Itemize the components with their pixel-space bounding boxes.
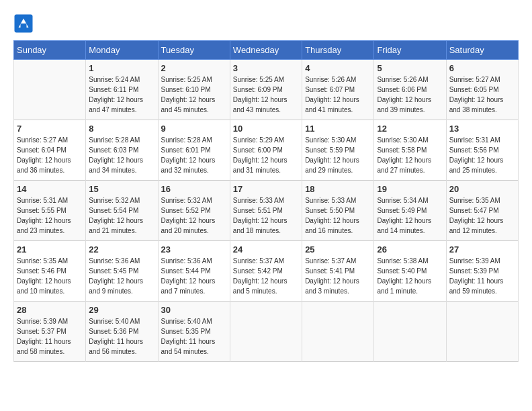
calendar-cell: 20Sunrise: 5:35 AM Sunset: 5:47 PM Dayli… (446, 181, 518, 241)
day-number: 7 (17, 124, 83, 134)
day-number: 28 (17, 305, 83, 315)
logo (13, 13, 35, 34)
calendar-cell (446, 302, 518, 362)
day-number: 9 (161, 124, 227, 134)
day-number: 21 (17, 244, 83, 255)
day-info: Sunrise: 5:38 AM Sunset: 5:40 PM Dayligh… (377, 256, 443, 296)
day-number: 17 (233, 184, 299, 194)
calendar-week-2: 7Sunrise: 5:27 AM Sunset: 6:04 PM Daylig… (14, 120, 519, 181)
day-number: 27 (449, 244, 515, 255)
day-number: 3 (233, 63, 299, 73)
calendar-cell (302, 302, 374, 362)
calendar-cell (230, 302, 302, 362)
day-info: Sunrise: 5:26 AM Sunset: 6:07 PM Dayligh… (305, 75, 371, 115)
day-info: Sunrise: 5:28 AM Sunset: 6:03 PM Dayligh… (89, 135, 154, 175)
calendar-cell: 1Sunrise: 5:24 AM Sunset: 6:11 PM Daylig… (86, 60, 158, 120)
day-info: Sunrise: 5:35 AM Sunset: 5:47 PM Dayligh… (449, 195, 515, 236)
calendar-cell: 24Sunrise: 5:37 AM Sunset: 5:42 PM Dayli… (230, 241, 302, 302)
day-info: Sunrise: 5:40 AM Sunset: 5:36 PM Dayligh… (89, 316, 154, 357)
svg-rect-2 (21, 24, 27, 28)
day-info: Sunrise: 5:32 AM Sunset: 5:52 PM Dayligh… (161, 195, 227, 236)
header-day-monday: Monday (86, 41, 158, 60)
calendar-cell: 13Sunrise: 5:31 AM Sunset: 5:56 PM Dayli… (446, 120, 518, 181)
day-info: Sunrise: 5:24 AM Sunset: 6:11 PM Dayligh… (89, 75, 154, 115)
calendar-cell: 22Sunrise: 5:36 AM Sunset: 5:45 PM Dayli… (86, 241, 158, 302)
day-info: Sunrise: 5:33 AM Sunset: 5:50 PM Dayligh… (305, 195, 371, 236)
calendar-cell: 23Sunrise: 5:36 AM Sunset: 5:44 PM Dayli… (158, 241, 230, 302)
header-day-wednesday: Wednesday (230, 41, 302, 60)
logo-icon (13, 13, 34, 34)
calendar-cell: 8Sunrise: 5:28 AM Sunset: 6:03 PM Daylig… (86, 120, 158, 181)
calendar-cell: 12Sunrise: 5:30 AM Sunset: 5:58 PM Dayli… (374, 120, 446, 181)
day-info: Sunrise: 5:36 AM Sunset: 5:45 PM Dayligh… (89, 256, 154, 296)
header-day-sunday: Sunday (14, 41, 86, 60)
day-number: 10 (233, 124, 299, 134)
day-number: 22 (89, 244, 154, 255)
calendar-table: SundayMondayTuesdayWednesdayThursdayFrid… (13, 40, 519, 362)
day-number: 29 (89, 305, 154, 315)
day-info: Sunrise: 5:33 AM Sunset: 5:51 PM Dayligh… (233, 195, 299, 236)
calendar-week-3: 14Sunrise: 5:31 AM Sunset: 5:55 PM Dayli… (14, 181, 519, 241)
calendar-cell: 29Sunrise: 5:40 AM Sunset: 5:36 PM Dayli… (86, 302, 158, 362)
calendar-cell: 7Sunrise: 5:27 AM Sunset: 6:04 PM Daylig… (14, 120, 86, 181)
calendar-body: 1Sunrise: 5:24 AM Sunset: 6:11 PM Daylig… (14, 60, 519, 362)
day-number: 26 (377, 244, 443, 255)
calendar-cell: 25Sunrise: 5:37 AM Sunset: 5:41 PM Dayli… (302, 241, 374, 302)
header-day-thursday: Thursday (302, 41, 374, 60)
day-info: Sunrise: 5:39 AM Sunset: 5:37 PM Dayligh… (17, 316, 83, 357)
calendar-week-4: 21Sunrise: 5:35 AM Sunset: 5:46 PM Dayli… (14, 241, 519, 302)
day-number: 15 (89, 184, 154, 194)
day-info: Sunrise: 5:36 AM Sunset: 5:44 PM Dayligh… (161, 256, 227, 296)
page-header (13, 13, 519, 34)
day-number: 12 (377, 124, 443, 134)
day-info: Sunrise: 5:28 AM Sunset: 6:01 PM Dayligh… (161, 135, 227, 175)
day-number: 24 (233, 244, 299, 255)
day-info: Sunrise: 5:39 AM Sunset: 5:39 PM Dayligh… (449, 256, 515, 296)
day-info: Sunrise: 5:27 AM Sunset: 6:05 PM Dayligh… (449, 75, 515, 115)
day-info: Sunrise: 5:31 AM Sunset: 5:55 PM Dayligh… (17, 195, 83, 236)
calendar-cell: 4Sunrise: 5:26 AM Sunset: 6:07 PM Daylig… (302, 60, 374, 120)
day-number: 6 (449, 63, 515, 73)
day-number: 11 (305, 124, 371, 134)
calendar-cell: 19Sunrise: 5:34 AM Sunset: 5:49 PM Dayli… (374, 181, 446, 241)
day-info: Sunrise: 5:27 AM Sunset: 6:04 PM Dayligh… (17, 135, 83, 175)
header-row: SundayMondayTuesdayWednesdayThursdayFrid… (14, 41, 519, 60)
day-info: Sunrise: 5:40 AM Sunset: 5:35 PM Dayligh… (161, 316, 227, 357)
day-info: Sunrise: 5:31 AM Sunset: 5:56 PM Dayligh… (449, 135, 515, 175)
calendar-cell: 16Sunrise: 5:32 AM Sunset: 5:52 PM Dayli… (158, 181, 230, 241)
day-number: 30 (161, 305, 227, 315)
day-number: 23 (161, 244, 227, 255)
calendar-cell: 27Sunrise: 5:39 AM Sunset: 5:39 PM Dayli… (446, 241, 518, 302)
calendar-cell: 21Sunrise: 5:35 AM Sunset: 5:46 PM Dayli… (14, 241, 86, 302)
calendar-cell (14, 60, 86, 120)
header-day-tuesday: Tuesday (158, 41, 230, 60)
calendar-cell: 18Sunrise: 5:33 AM Sunset: 5:50 PM Dayli… (302, 181, 374, 241)
day-info: Sunrise: 5:25 AM Sunset: 6:10 PM Dayligh… (161, 75, 227, 115)
day-info: Sunrise: 5:35 AM Sunset: 5:46 PM Dayligh… (17, 256, 83, 296)
calendar-cell: 28Sunrise: 5:39 AM Sunset: 5:37 PM Dayli… (14, 302, 86, 362)
calendar-cell: 11Sunrise: 5:30 AM Sunset: 5:59 PM Dayli… (302, 120, 374, 181)
calendar-cell: 30Sunrise: 5:40 AM Sunset: 5:35 PM Dayli… (158, 302, 230, 362)
day-number: 1 (89, 63, 154, 73)
day-number: 5 (377, 63, 443, 73)
calendar-header: SundayMondayTuesdayWednesdayThursdayFrid… (14, 41, 519, 60)
calendar-cell (374, 302, 446, 362)
calendar-week-5: 28Sunrise: 5:39 AM Sunset: 5:37 PM Dayli… (14, 302, 519, 362)
day-info: Sunrise: 5:25 AM Sunset: 6:09 PM Dayligh… (233, 75, 299, 115)
day-info: Sunrise: 5:34 AM Sunset: 5:49 PM Dayligh… (377, 195, 443, 236)
header-day-friday: Friday (374, 41, 446, 60)
day-info: Sunrise: 5:37 AM Sunset: 5:42 PM Dayligh… (233, 256, 299, 296)
day-number: 14 (17, 184, 83, 194)
day-info: Sunrise: 5:30 AM Sunset: 5:59 PM Dayligh… (305, 135, 371, 175)
header-day-saturday: Saturday (446, 41, 518, 60)
calendar-cell: 9Sunrise: 5:28 AM Sunset: 6:01 PM Daylig… (158, 120, 230, 181)
day-info: Sunrise: 5:26 AM Sunset: 6:06 PM Dayligh… (377, 75, 443, 115)
day-info: Sunrise: 5:32 AM Sunset: 5:54 PM Dayligh… (89, 195, 154, 236)
calendar-week-1: 1Sunrise: 5:24 AM Sunset: 6:11 PM Daylig… (14, 60, 519, 120)
day-number: 13 (449, 124, 515, 134)
day-number: 20 (449, 184, 515, 194)
calendar-cell: 10Sunrise: 5:29 AM Sunset: 6:00 PM Dayli… (230, 120, 302, 181)
day-info: Sunrise: 5:29 AM Sunset: 6:00 PM Dayligh… (233, 135, 299, 175)
day-number: 19 (377, 184, 443, 194)
day-number: 18 (305, 184, 371, 194)
